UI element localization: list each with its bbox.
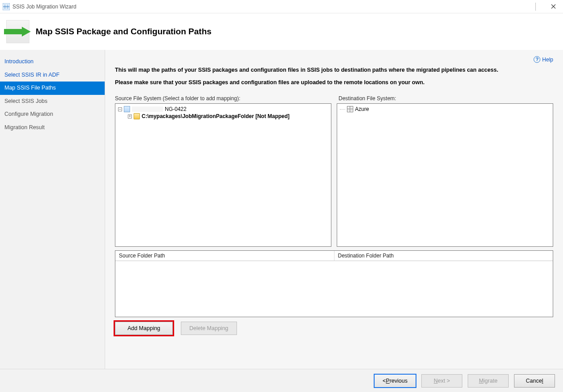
redacted-hostname — [132, 106, 163, 112]
close-icon[interactable] — [551, 4, 556, 9]
next-button: Next > — [421, 374, 462, 388]
destination-tree-root[interactable]: Azure — [340, 106, 550, 113]
delete-mapping-button: Delete Mapping — [181, 322, 237, 335]
destination-tree-label: Destination File System: — [339, 95, 553, 102]
sidebar-item-introduction[interactable]: Introduction — [0, 55, 105, 69]
folder-icon — [134, 113, 140, 119]
destination-tree[interactable]: Azure — [337, 103, 553, 247]
server-icon — [124, 106, 130, 112]
col-destination-folder-path[interactable]: Destination Folder Path — [335, 251, 553, 261]
migrate-button: Migrate — [468, 374, 509, 388]
help-link[interactable]: ? Help — [534, 56, 553, 63]
wizard-steps-sidebar: Introduction Select SSIS IR in ADF Map S… — [0, 50, 105, 369]
wizard-footer: < Previous Next > Migrate Cancel — [0, 369, 563, 392]
intro-line-1: This will map the paths of your SSIS pac… — [115, 67, 551, 73]
destination-root-label: Azure — [355, 106, 369, 112]
add-mapping-button[interactable]: Add Mapping — [115, 322, 173, 335]
title-bar: SSIS Job Migration Wizard — [0, 0, 563, 13]
source-folder-path: C:\mypackages\JobMigrationPackageFolder … — [142, 113, 290, 119]
sidebar-item-select-ssis-jobs[interactable]: Select SSIS Jobs — [0, 95, 105, 108]
previous-button[interactable]: < Previous — [374, 374, 416, 388]
app-icon — [3, 3, 10, 10]
col-source-folder-path[interactable]: Source Folder Path — [115, 251, 335, 261]
wizard-header: Map SSIS Package and Configuration Paths — [0, 13, 563, 50]
sidebar-item-map-file-paths[interactable]: Map SSIS File Paths — [0, 82, 105, 95]
page-title: Map SSIS Package and Configuration Paths — [36, 27, 212, 37]
svg-marker-3 — [4, 27, 31, 37]
collapse-icon[interactable]: − — [118, 107, 122, 111]
expand-icon[interactable]: + — [128, 114, 132, 118]
cancel-button[interactable]: Cancel — [514, 374, 555, 388]
azure-icon — [347, 106, 353, 112]
sidebar-item-select-ssis-ir[interactable]: Select SSIS IR in ADF — [0, 69, 105, 82]
source-root-suffix: NG-0422 — [165, 106, 187, 112]
main-panel: ? Help This will map the paths of your S… — [105, 50, 563, 369]
help-label: Help — [542, 57, 553, 63]
wizard-icon — [6, 20, 29, 43]
mapping-table[interactable]: Source Folder Path Destination Folder Pa… — [115, 250, 553, 317]
source-tree-folder[interactable]: + C:\mypackages\JobMigrationPackageFolde… — [118, 113, 328, 120]
intro-text: This will map the paths of your SSIS pac… — [115, 67, 551, 86]
window-controls — [535, 3, 560, 11]
window-divider-icon — [535, 3, 536, 11]
source-tree[interactable]: − NG-0422 + C:\mypackages\JobMigrationPa… — [115, 103, 331, 247]
sidebar-item-configure-migration[interactable]: Configure Migration — [0, 108, 105, 121]
window-title: SSIS Job Migration Wizard — [12, 4, 76, 10]
mapping-table-header: Source Folder Path Destination Folder Pa… — [115, 251, 553, 261]
mapping-table-body — [115, 261, 553, 317]
source-tree-label: Source File System (Select a folder to a… — [115, 95, 330, 102]
help-icon: ? — [534, 56, 540, 63]
sidebar-item-migration-result[interactable]: Migration Result — [0, 121, 105, 135]
intro-line-2: Please make sure that your SSIS packages… — [115, 79, 551, 86]
source-tree-root[interactable]: − NG-0422 — [118, 106, 328, 113]
